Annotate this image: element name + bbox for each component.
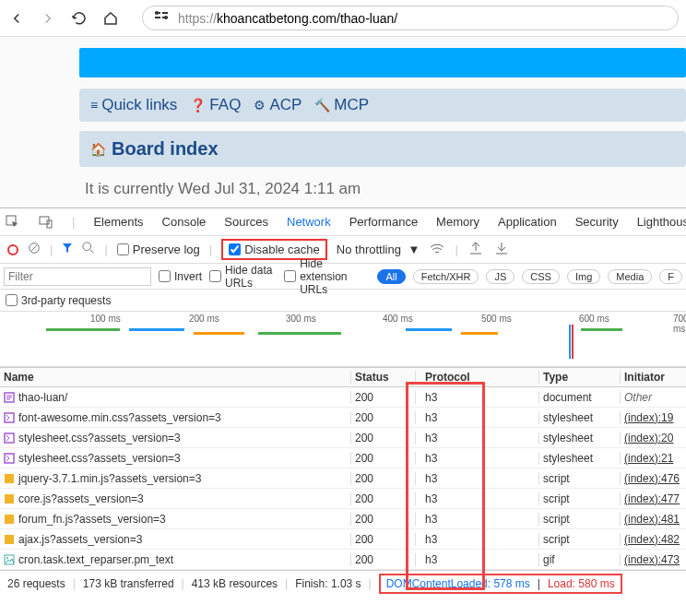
disable-cache-checkbox[interactable]: Disable cache: [229, 243, 320, 256]
file-type-icon: [4, 432, 15, 444]
cell-status: 200: [350, 513, 415, 526]
file-type-icon: [4, 392, 15, 403]
col-protocol[interactable]: Protocol: [415, 371, 538, 384]
tab-lighthouse[interactable]: Lighthouse: [637, 215, 686, 229]
tab-memory[interactable]: Memory: [436, 215, 479, 229]
cell-initiator[interactable]: (index):473: [620, 553, 686, 566]
back-button[interactable]: [7, 9, 26, 28]
table-row[interactable]: core.js?assets_version=3200h3script(inde…: [0, 489, 686, 509]
filter-icon[interactable]: [62, 243, 73, 256]
file-type-icon: [4, 514, 15, 525]
file-type-icon: [4, 554, 15, 565]
cell-initiator[interactable]: (index):477: [620, 492, 686, 505]
pill-img[interactable]: Img: [567, 269, 600, 284]
cell-initiator: Other: [620, 391, 686, 404]
tick: 200 ms: [189, 314, 219, 324]
stat-load: Load: 580 ms: [548, 577, 615, 590]
pill-all[interactable]: All: [377, 269, 405, 284]
cell-initiator[interactable]: (index):20: [620, 432, 686, 444]
invert-checkbox[interactable]: Invert: [159, 270, 202, 283]
cell-status: 200: [350, 553, 415, 566]
clear-button[interactable]: [28, 242, 41, 257]
throttling-select[interactable]: No throttling ▼: [337, 243, 420, 256]
col-initiator[interactable]: Initiator: [620, 371, 686, 384]
tab-elements[interactable]: Elements: [93, 215, 143, 229]
col-name[interactable]: Name: [0, 371, 350, 384]
table-row[interactable]: ajax.js?assets_version=3200h3script(inde…: [0, 529, 686, 550]
cell-type: stylesheet: [538, 432, 620, 444]
reload-button[interactable]: [70, 9, 89, 28]
cell-type: stylesheet: [538, 411, 620, 424]
download-icon[interactable]: [493, 240, 510, 259]
tick: 500 ms: [481, 314, 512, 324]
faq-link[interactable]: ❓FAQ: [190, 96, 241, 114]
cell-type: script: [538, 513, 620, 526]
cell-status: 200: [350, 432, 415, 444]
third-party-checkbox[interactable]: 3rd-party requests: [6, 294, 111, 307]
cell-initiator[interactable]: (index):19: [620, 411, 686, 424]
site-controls-icon[interactable]: [154, 10, 169, 26]
acp-link[interactable]: ⚙ACP: [254, 96, 302, 114]
cell-type: document: [538, 391, 620, 404]
mcp-link[interactable]: 🔨MCP: [314, 96, 369, 114]
svg-rect-1: [162, 12, 168, 14]
hide-ext-urls-checkbox[interactable]: Hide extension URLs: [284, 257, 370, 296]
table-row[interactable]: stylesheet.css?assets_version=3200h3styl…: [0, 428, 686, 448]
device-toggle-icon[interactable]: [39, 214, 53, 231]
filter-input[interactable]: [4, 267, 151, 286]
pill-css[interactable]: CSS: [522, 269, 560, 284]
page-banner: [79, 48, 686, 77]
home-button[interactable]: [101, 9, 120, 28]
tab-console[interactable]: Console: [162, 215, 207, 229]
wifi-icon[interactable]: [429, 240, 445, 259]
file-name: thao-luan/: [18, 391, 67, 404]
cell-status: 200: [350, 411, 415, 424]
svg-rect-17: [5, 515, 14, 524]
svg-point-4: [155, 11, 159, 15]
col-type[interactable]: Type: [538, 371, 620, 384]
file-name: font-awesome.min.css?assets_version=3: [18, 411, 221, 424]
cell-type: script: [538, 492, 620, 505]
col-status[interactable]: Status: [350, 371, 415, 384]
timeline-overview[interactable]: 100 ms 200 ms 300 ms 400 ms 500 ms 600 m…: [0, 312, 686, 367]
address-bar[interactable]: https://khoancatbetong.com/thao-luan/: [142, 6, 679, 30]
svg-point-10: [83, 243, 91, 251]
tab-security[interactable]: Security: [575, 215, 619, 229]
file-name: stylesheet.css?assets_version=3: [18, 452, 181, 465]
pill-js[interactable]: JS: [486, 269, 514, 284]
pill-media[interactable]: Media: [608, 269, 652, 284]
forward-button[interactable]: [39, 9, 57, 28]
stat-requests: 26 requests: [7, 577, 65, 590]
tab-sources[interactable]: Sources: [224, 215, 268, 229]
table-row[interactable]: font-awesome.min.css?assets_version=3200…: [0, 408, 686, 428]
table-row[interactable]: cron.task.text_reparser.pm_text200h3gif(…: [0, 550, 686, 570]
upload-icon[interactable]: [467, 240, 484, 259]
tab-network[interactable]: Network: [287, 215, 331, 229]
inspect-icon[interactable]: [6, 214, 20, 231]
search-icon[interactable]: [82, 242, 95, 257]
pill-fetch-xhr[interactable]: Fetch/XHR: [413, 269, 479, 284]
tab-performance[interactable]: Performance: [349, 215, 418, 229]
table-row[interactable]: thao-luan/200h3documentOther: [0, 387, 686, 408]
table-row[interactable]: forum_fn.js?assets_version=3200h3script(…: [0, 509, 686, 529]
hide-data-urls-checkbox[interactable]: Hide data URLs: [209, 264, 277, 290]
cell-status: 200: [350, 391, 415, 404]
record-button[interactable]: [7, 244, 18, 255]
preserve-log-checkbox[interactable]: Preserve log: [117, 243, 200, 256]
pill-more[interactable]: F: [659, 269, 682, 284]
cell-initiator[interactable]: (index):21: [620, 452, 686, 465]
svg-rect-16: [5, 494, 14, 503]
cell-initiator[interactable]: (index):481: [620, 513, 686, 526]
cell-initiator[interactable]: (index):476: [620, 472, 686, 485]
cell-protocol: h3: [415, 492, 538, 505]
quick-links-link[interactable]: ≡Quick links: [90, 96, 177, 114]
cell-status: 200: [350, 472, 415, 485]
tab-application[interactable]: Application: [498, 215, 557, 229]
board-index-link[interactable]: 🏠Board index: [90, 138, 675, 160]
table-row[interactable]: stylesheet.css?assets_version=3200h3styl…: [0, 448, 686, 468]
url-text: https://khoancatbetong.com/thao-luan/: [178, 11, 397, 26]
table-row[interactable]: jquery-3.7.1.min.js?assets_version=3200h…: [0, 468, 686, 489]
cell-status: 200: [350, 452, 415, 465]
cell-initiator[interactable]: (index):482: [620, 533, 686, 546]
stat-domloaded: DOMContentLoaded: 578 ms: [386, 577, 530, 590]
